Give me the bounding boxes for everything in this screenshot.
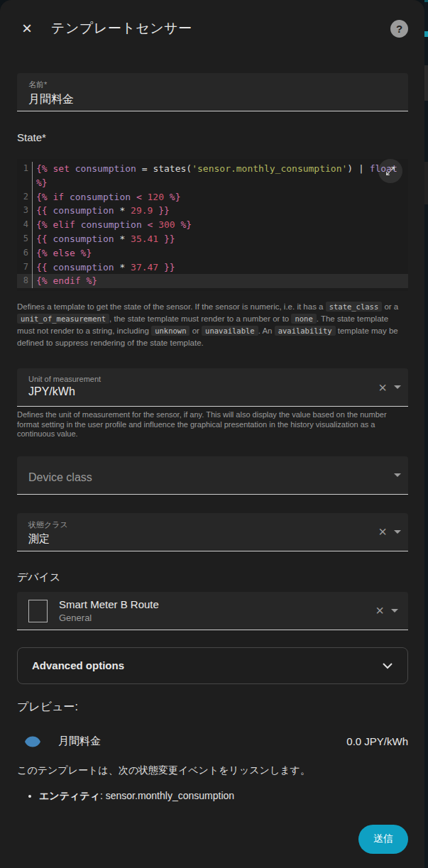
code-text: {% else %} (33, 246, 402, 260)
device-name: Smart Meter B Route (59, 598, 159, 610)
submit-button[interactable]: 送信 (358, 825, 408, 854)
unit-helper-text: Defines the unit of measurement for the … (17, 410, 408, 439)
line-number: 5 (17, 232, 33, 246)
template-sensor-dialog: × テンプレートセンサー ? 名前* 月間料金 State* 1{% set c… (0, 0, 424, 868)
name-field-label: 名前* (28, 79, 400, 90)
chevron-down-icon[interactable] (394, 385, 401, 389)
device-texts: Smart Meter B Route General (59, 597, 159, 623)
state-helper-text: Defines a template to get the state of t… (17, 301, 408, 348)
code-line[interactable]: 5{{ consumption * 35.41 }} (17, 232, 408, 246)
background-gray-segment (424, 65, 428, 101)
line-number: 7 (17, 260, 33, 275)
unit-field-actions: × (378, 368, 401, 406)
device-class-placeholder: Device class (28, 471, 400, 484)
chevron-down-icon (382, 662, 393, 669)
unit-field-label: Unit of measurement (28, 375, 400, 383)
line-number: 2 (17, 190, 33, 204)
submit-row: 送信 (17, 825, 408, 854)
unit-field-value: JPY/kWh (28, 385, 400, 398)
code-line[interactable]: 8{% endif %} (17, 274, 408, 288)
chevron-down-icon[interactable] (394, 473, 401, 477)
code-text: {% endif %} (33, 274, 402, 288)
device-class-field[interactable]: Device class (17, 456, 408, 495)
background-gray-segment (424, 162, 428, 204)
line-number: 4 (17, 218, 33, 232)
name-field-value: 月間料金 (28, 92, 400, 107)
state-class-field[interactable]: 状態クラス 測定 × (17, 513, 408, 551)
state-section-label: State* (17, 131, 408, 143)
state-class-actions: × (378, 513, 401, 551)
device-picker-actions: × (375, 592, 398, 630)
code-text: {% if consumption < 120 %} (33, 190, 402, 204)
line-number: 8 (17, 274, 33, 288)
line-number: 1 (17, 162, 33, 190)
dialog-header: × テンプレートセンサー ? (17, 16, 408, 41)
eye-icon (24, 733, 41, 750)
advanced-options-label: Advanced options (32, 659, 382, 671)
code-line[interactable]: 3{{ consumption * 29.9 }} (17, 204, 408, 218)
chevron-down-icon[interactable] (394, 530, 401, 534)
code-line[interactable]: 1{% set consumption = states('sensor.mon… (17, 162, 408, 190)
advanced-options-expander[interactable]: Advanced options (17, 647, 408, 684)
background-accent-top (424, 0, 428, 2)
preview-entity-name: 月間料金 (58, 735, 346, 748)
line-number: 3 (17, 204, 33, 218)
device-section-label: デバイス (17, 571, 408, 584)
dialog-title: テンプレートセンサー (51, 19, 192, 38)
code-text: {% set consumption = states('sensor.mont… (33, 162, 402, 190)
code-line[interactable]: 6{% else %} (17, 246, 408, 260)
entity-bullet-value: : sensor.monthly_consumption (100, 790, 234, 801)
state-template-editor[interactable]: 1{% set consumption = states('sensor.mon… (17, 159, 408, 291)
device-image-placeholder (28, 600, 48, 622)
expand-icon[interactable] (378, 159, 402, 183)
clear-icon[interactable]: × (378, 524, 387, 539)
chevron-down-icon[interactable] (391, 609, 398, 612)
clear-icon[interactable]: × (378, 380, 387, 395)
listen-events-text: このテンプレートは、次の状態変更イベントをリッスンします。 (17, 764, 408, 777)
state-class-value: 測定 (28, 532, 400, 546)
code-editor-lines: 1{% set consumption = states('sensor.mon… (17, 162, 408, 288)
code-text: {{ consumption * 35.41 }} (33, 232, 402, 246)
state-class-label: 状態クラス (28, 520, 400, 530)
preview-entity-row: 月間料金 0.0 JPY/kWh (17, 733, 408, 750)
preview-title: プレビュー: (17, 700, 408, 715)
background-page-edge (424, 0, 428, 868)
device-picker-field[interactable]: Smart Meter B Route General × (17, 592, 408, 630)
device-area: General (59, 612, 159, 623)
listen-entity-item: エンティティ: sensor.monthly_consumption (39, 790, 408, 803)
code-text: {{ consumption * 29.9 }} (33, 204, 402, 218)
device-row: Smart Meter B Route General (28, 597, 400, 623)
code-text: {{ consumption * 37.47 }} (33, 260, 402, 275)
device-class-actions (394, 456, 401, 494)
close-icon[interactable]: × (17, 18, 37, 38)
code-line[interactable]: 2{% if consumption < 120 %} (17, 190, 408, 204)
code-line[interactable]: 7{{ consumption * 37.47 }} (17, 260, 408, 275)
preview-entity-value: 0.0 JPY/kWh (346, 735, 408, 747)
clear-icon[interactable]: × (375, 603, 384, 617)
line-number: 6 (17, 246, 33, 260)
help-icon[interactable]: ? (390, 20, 408, 38)
expand-arrows-icon (385, 165, 396, 177)
code-line[interactable]: 4{% elif consumption < 300 %} (17, 218, 408, 232)
background-accent-dash (424, 31, 428, 37)
entity-bullet-label: エンティティ (39, 790, 100, 801)
unit-of-measurement-field[interactable]: Unit of measurement JPY/kWh × (17, 368, 408, 407)
code-text: {% elif consumption < 300 %} (33, 218, 402, 232)
name-field[interactable]: 名前* 月間料金 (17, 73, 408, 111)
